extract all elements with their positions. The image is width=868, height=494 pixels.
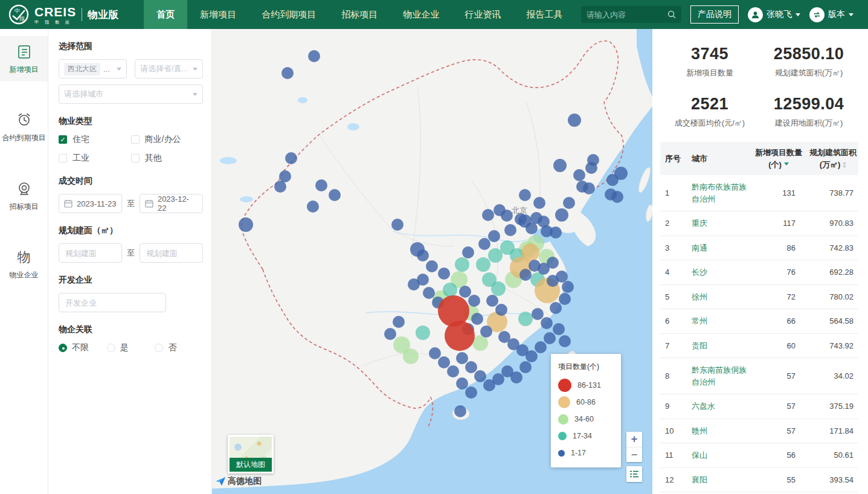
map-bubble[interactable]	[447, 365, 459, 377]
checkbox-property-type-3[interactable]: 其他	[131, 153, 204, 164]
map-bubble[interactable]	[486, 295, 498, 307]
zoom-out-button[interactable]: −	[626, 447, 642, 462]
search-input[interactable]	[587, 10, 664, 19]
nav-item-2[interactable]: 合约到期项目	[249, 0, 329, 29]
region-select[interactable]: 西北大区 ...	[59, 59, 127, 79]
map-bubble[interactable]	[474, 370, 486, 382]
map-bubble[interactable]	[583, 182, 595, 194]
map-bubble[interactable]	[459, 286, 471, 298]
map-bubble[interactable]	[562, 281, 574, 293]
map-bubble[interactable]	[465, 361, 477, 373]
province-select[interactable]: 请选择省/直...	[135, 59, 203, 79]
map-bubble[interactable]	[563, 197, 575, 209]
map-bubble[interactable]	[471, 313, 483, 325]
city-link[interactable]: 重庆	[692, 219, 707, 228]
map-bubble[interactable]	[550, 302, 562, 314]
map-bubble[interactable]	[606, 174, 619, 186]
checkbox-property-type-0[interactable]: ✓住宅	[59, 134, 131, 145]
sort-icons[interactable]	[843, 160, 846, 170]
map-bubble[interactable]	[329, 189, 341, 201]
map-bubble[interactable]	[456, 377, 468, 390]
map-bubble[interactable]	[462, 246, 474, 258]
map-bubble[interactable]	[519, 269, 532, 281]
map-bubble[interactable]	[408, 278, 420, 290]
date-from-input[interactable]: 2023-11-23	[59, 194, 122, 213]
plan-area-max-input[interactable]	[140, 243, 203, 263]
map-bubble[interactable]	[429, 347, 441, 359]
map-bubble[interactable]	[476, 257, 490, 272]
nav-item-1[interactable]: 新增项目	[187, 0, 249, 29]
city-link[interactable]: 贵阳	[692, 341, 707, 350]
map-bubble[interactable]	[547, 257, 559, 269]
map-bubble[interactable]	[535, 341, 547, 353]
map-bubble[interactable]	[519, 361, 532, 373]
map-bubble[interactable]	[465, 387, 477, 399]
map-bubble[interactable]	[478, 238, 490, 250]
map-bubble[interactable]	[529, 260, 541, 272]
map-bubble[interactable]	[559, 335, 571, 347]
map-bubble[interactable]	[573, 169, 585, 181]
city-link[interactable]: 襄阳	[692, 475, 707, 484]
checkbox-property-type-1[interactable]: 商业/办公	[131, 134, 204, 145]
sidebar-item-2[interactable]: 招标项目	[0, 173, 48, 219]
map-bubble[interactable]	[279, 170, 291, 182]
sidebar-item-1[interactable]: 合约到期项目	[0, 104, 48, 150]
city-link[interactable]: 长沙	[692, 268, 707, 277]
map-bubble[interactable]	[504, 224, 516, 236]
map-bubble[interactable]	[281, 67, 294, 79]
map-bubble[interactable]	[568, 114, 581, 127]
map-bubble[interactable]	[510, 371, 522, 383]
map-canvas[interactable]: 北京 项目数量(个) 86-13160-8634-6017-341-17 + −	[212, 29, 652, 494]
map-bubble[interactable]	[391, 219, 403, 231]
map-bubble[interactable]	[553, 159, 567, 172]
map-bubble[interactable]	[526, 350, 538, 362]
map-bubble[interactable]	[533, 197, 545, 209]
map-bubble[interactable]	[426, 260, 438, 272]
map-bubble[interactable]	[547, 275, 559, 287]
nav-item-4[interactable]: 物业企业	[390, 0, 452, 29]
map-bubble[interactable]	[553, 323, 565, 335]
developer-input[interactable]	[59, 293, 166, 312]
search-icon[interactable]	[667, 10, 676, 19]
city-link[interactable]: 黔南布依族苗族自治州	[692, 182, 747, 204]
map-bubble[interactable]	[239, 217, 253, 232]
map-bubble[interactable]	[403, 348, 419, 364]
map-bubble[interactable]	[423, 287, 435, 299]
map-bubble[interactable]	[541, 317, 553, 329]
radio-relation-0[interactable]: 不限	[59, 342, 107, 353]
map-bubble[interactable]	[315, 179, 327, 191]
map-bubble[interactable]	[559, 293, 571, 305]
map-bubble[interactable]	[532, 308, 544, 320]
map-bubble[interactable]	[526, 222, 538, 234]
nav-item-3[interactable]: 招标项目	[329, 0, 390, 29]
sort-desc-icon[interactable]	[784, 162, 789, 168]
map-bubble[interactable]	[445, 321, 475, 351]
legend-toggle-button[interactable]	[626, 466, 642, 482]
map-bubble[interactable]	[482, 209, 494, 221]
map-bubble[interactable]	[456, 352, 468, 364]
map-bubble[interactable]	[454, 405, 466, 417]
map-bubble[interactable]	[416, 326, 430, 340]
city-link[interactable]: 保山	[692, 451, 707, 460]
map-bubble[interactable]	[393, 316, 405, 328]
map-bubble[interactable]	[488, 248, 503, 263]
map-bubble[interactable]	[541, 225, 553, 237]
radio-relation-1[interactable]: 是	[107, 342, 155, 353]
map-bubble[interactable]	[443, 283, 457, 297]
map-bubble[interactable]	[488, 230, 500, 242]
map-bubble[interactable]	[530, 212, 542, 224]
city-select[interactable]: 请选择城市	[59, 85, 203, 104]
map-bubble[interactable]	[438, 268, 450, 280]
map-bubble[interactable]	[491, 281, 506, 296]
map-bubble[interactable]	[501, 210, 513, 222]
city-link[interactable]: 六盘水	[692, 402, 715, 411]
city-link[interactable]: 黔东南苗族侗族自治州	[692, 365, 747, 387]
map-bubble[interactable]	[417, 249, 429, 261]
city-link[interactable]: 南通	[692, 243, 707, 252]
map-bubble[interactable]	[468, 295, 480, 307]
city-link[interactable]: 赣州	[692, 426, 707, 435]
map-bubble[interactable]	[518, 312, 533, 326]
map-bubble[interactable]	[515, 213, 527, 225]
map-bubble[interactable]	[495, 304, 507, 316]
checkbox-property-type-2[interactable]: 工业	[59, 153, 131, 164]
